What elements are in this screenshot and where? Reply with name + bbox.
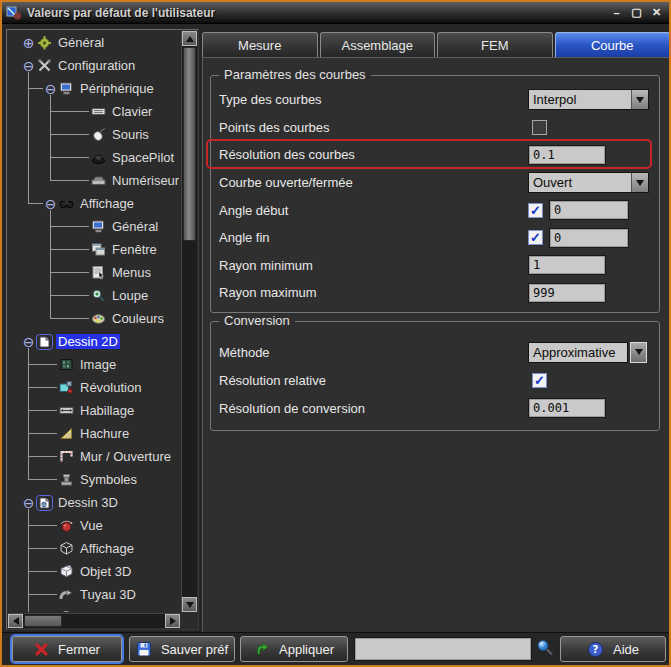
chevron-down-icon[interactable] — [631, 90, 648, 109]
resolution-relative-checkbox[interactable]: ✓ — [532, 373, 547, 388]
tree-item-hachure[interactable]: Hachure — [8, 422, 180, 445]
field-control: ✓ — [528, 373, 547, 388]
tree-item-configuration[interactable]: ⊖Configuration — [8, 54, 180, 77]
tree-item-image[interactable]: Image — [8, 353, 180, 376]
search-icon[interactable] — [535, 638, 555, 662]
tree-item-revolution[interactable]: Révolution — [8, 376, 180, 399]
tree-item-affichage[interactable]: ⊖Affichage — [8, 192, 180, 215]
titlebar[interactable]: Valeurs par défaut de l'utilisateur –▢✕ — [2, 2, 669, 24]
collapse-icon[interactable]: ⊖ — [21, 496, 36, 510]
form-row-courbe-ouverte-fermee: Courbe ouverte/ferméeOuvert — [211, 169, 659, 197]
collapse-icon[interactable]: ⊖ — [43, 197, 58, 211]
tree-item-dessin-2d[interactable]: ⊖Dessin 2D — [8, 330, 180, 353]
tree-vertical-scrollbar[interactable] — [181, 31, 197, 612]
resolution-de-conversion-input[interactable]: 0.001 — [528, 398, 606, 418]
form-row-resolution-relative: Résolution relative✓ — [211, 366, 659, 394]
horizontal-scroll-thumb[interactable] — [24, 615, 62, 627]
tree-item-peripherique[interactable]: ⊖Périphérique — [8, 77, 180, 100]
appliquer-button[interactable]: Appliquer — [240, 636, 348, 662]
tree-item-partial[interactable] — [8, 606, 180, 612]
maximize-button[interactable]: ▢ — [628, 5, 645, 20]
tree-item-spacepilot[interactable]: SpacePilot — [8, 146, 180, 169]
tree-item-habillage[interactable]: Habillage — [8, 399, 180, 422]
tree-horizontal-scrollbar[interactable] — [8, 613, 180, 628]
angle-debut-checkbox[interactable]: ✓ — [528, 203, 543, 218]
tree-item-label: Général — [110, 219, 160, 234]
tree-item-couleurs[interactable]: Couleurs — [8, 307, 180, 330]
tree-item-symboles[interactable]: Symboles — [8, 468, 180, 491]
chevron-down-icon[interactable] — [630, 342, 647, 363]
angle-fin-checkbox[interactable]: ✓ — [528, 230, 543, 245]
tree-item-label: SpacePilot — [110, 150, 176, 165]
box3d-icon — [58, 564, 75, 580]
tree-item-souris[interactable]: Souris — [8, 123, 180, 146]
window-title: Valeurs par défaut de l'utilisateur — [27, 6, 605, 20]
fermer-button[interactable]: Fermer — [12, 636, 122, 662]
collapse-icon[interactable]: ⊖ — [21, 59, 36, 73]
collapse-icon[interactable]: ⊖ — [21, 335, 36, 349]
field-label: Rayon minimum — [211, 258, 313, 273]
tab-mesure[interactable]: Mesure — [202, 32, 318, 57]
rayon-minimum-input[interactable]: 1 — [528, 255, 606, 275]
courbe-ouverte-fermee-dropdown[interactable]: Ouvert — [528, 172, 649, 193]
tree-item-affichage[interactable]: Affichage — [8, 537, 180, 560]
gear-icon — [36, 35, 53, 51]
tree-item-dessin-3d[interactable]: ⊖Dessin 3D — [8, 491, 180, 514]
tree-item-numeriseur[interactable]: Numériseur — [8, 169, 180, 192]
aide-button[interactable]: ?Aide — [560, 636, 666, 662]
collapse-icon[interactable]: ⊖ — [43, 82, 58, 96]
quick-search-input[interactable] — [354, 637, 532, 661]
form-row-methode: MéthodeApproximative — [211, 338, 659, 366]
tree-item-tuyau-3d[interactable]: Tuyau 3D — [8, 583, 180, 606]
field-control: 1 — [528, 255, 606, 275]
type-des-courbes-dropdown[interactable]: Interpol — [528, 89, 649, 110]
tree-item-label: Dessin 3D — [56, 495, 120, 510]
tab-fem[interactable]: FEM — [437, 32, 553, 57]
tree-item-general[interactable]: Général — [8, 215, 180, 238]
methode-dropdown[interactable]: Approximative — [528, 342, 647, 363]
tree-item-loupe[interactable]: Loupe — [8, 284, 180, 307]
tree-item-fenetre[interactable]: Fenêtre — [8, 238, 180, 261]
points-des-courbes-checkbox[interactable] — [532, 120, 547, 135]
close-button[interactable]: ✕ — [648, 5, 665, 20]
spacepilot-icon — [90, 150, 107, 166]
tree-item-mur-ouverture[interactable]: Mur / Ouverture — [8, 445, 180, 468]
triangle-up-icon — [186, 36, 194, 42]
loupe-icon — [90, 288, 107, 304]
triangle-left-icon — [13, 617, 19, 625]
scroll-up-button[interactable] — [182, 31, 197, 46]
tree-item-objet-3d[interactable]: Objet 3D — [8, 560, 180, 583]
tree-item-label: Configuration — [56, 58, 137, 73]
field-control: 0.001 — [528, 398, 606, 418]
minimize-button[interactable]: – — [608, 5, 625, 20]
tree-item-general[interactable]: ⊕Général — [8, 31, 180, 54]
expand-icon[interactable]: ⊕ — [21, 36, 36, 50]
resolution-des-courbes-input[interactable]: 0.1 — [528, 145, 606, 165]
rayon-maximum-input[interactable]: 999 — [528, 283, 606, 303]
window-icon — [90, 242, 107, 258]
group-title: Conversion — [219, 313, 295, 328]
tree-item-clavier[interactable]: Clavier — [8, 100, 180, 123]
angle-debut-input[interactable]: 0 — [549, 200, 629, 220]
vertical-scroll-thumb[interactable] — [183, 47, 196, 241]
tree-item-vue[interactable]: Vue — [8, 514, 180, 537]
tab-assemblage[interactable]: Assemblage — [320, 32, 436, 57]
cube-icon — [58, 541, 75, 557]
scroll-down-button[interactable] — [182, 597, 197, 612]
sauver-pref-button[interactable]: Sauver préf — [129, 636, 235, 662]
field-label: Angle début — [211, 203, 288, 218]
angle-fin-input[interactable]: 0 — [549, 228, 629, 248]
field-label: Résolution de conversion — [211, 401, 365, 416]
field-label: Rayon maximum — [211, 285, 317, 300]
palette-icon — [90, 311, 107, 327]
scroll-left-button[interactable] — [8, 614, 23, 628]
tab-content-panel: Paramètres des courbesType des courbesIn… — [202, 57, 670, 634]
tab-courbe[interactable]: Courbe — [555, 32, 671, 57]
partial-icon — [58, 610, 75, 613]
tree-item-menus[interactable]: Menus — [8, 261, 180, 284]
scroll-right-button[interactable] — [165, 614, 180, 628]
chevron-down-icon[interactable] — [631, 173, 648, 192]
tree-item-label: Habillage — [78, 403, 136, 418]
mouse-icon — [90, 127, 107, 143]
page3d-icon — [36, 495, 53, 511]
